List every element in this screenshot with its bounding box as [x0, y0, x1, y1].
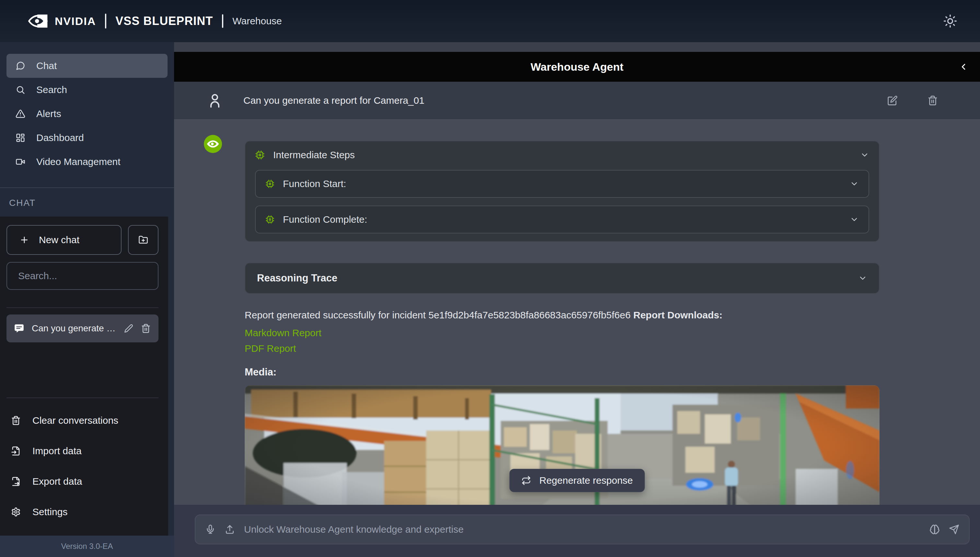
user-message-row: Can you generate a report for Camera_01: [174, 82, 980, 120]
report-status-prefix: Report generated successfully for incide…: [245, 309, 631, 320]
clear-conversations-button[interactable]: Clear conversations: [7, 405, 158, 436]
report-downloads-label: Report Downloads:: [633, 309, 722, 320]
sidebar-item-label: Chat: [36, 60, 57, 71]
sidebar-item-chat[interactable]: Chat: [7, 54, 167, 78]
function-start-step[interactable]: Function Start:: [255, 170, 869, 198]
sidebar-footer: Clear conversations Import data Export d…: [7, 398, 158, 536]
edit-message-icon[interactable]: [887, 95, 898, 106]
folder-plus-icon: [138, 235, 148, 245]
function-complete-step[interactable]: Function Complete:: [255, 205, 869, 233]
chat-input-bar: [195, 515, 970, 544]
sidebar-item-label: Search: [36, 84, 67, 95]
cpu-chip-icon: [265, 215, 275, 224]
reasoning-trace-title: Reasoning Trace: [257, 272, 858, 284]
agent-header-bar: Warehouse Agent: [174, 52, 980, 82]
conversation-title: Can you generate a r...: [32, 323, 116, 334]
sidebar-item-label: Alerts: [36, 108, 61, 119]
video-camera-icon: [16, 157, 25, 167]
app-subtitle: Warehouse: [232, 16, 282, 26]
intermediate-steps-panel: Intermediate Steps Function Start: Funct…: [245, 141, 879, 242]
markdown-report-link[interactable]: Markdown Report: [245, 327, 322, 339]
footer-item-label: Clear conversations: [33, 415, 118, 426]
new-chat-label: New chat: [39, 235, 80, 246]
sidebar-item-alerts[interactable]: Alerts: [7, 102, 167, 126]
app-title: VSS BLUEPRINT: [115, 14, 213, 28]
settings-button[interactable]: Settings: [7, 497, 158, 527]
intermediate-steps-header[interactable]: Intermediate Steps: [255, 148, 869, 162]
message-icon: [14, 324, 24, 333]
chevron-down-icon[interactable]: [860, 150, 869, 160]
warehouse-scene: [245, 385, 879, 521]
microphone-button[interactable]: [205, 524, 216, 535]
sidebar-item-dashboard[interactable]: Dashboard: [7, 126, 167, 150]
alert-triangle-icon: [16, 109, 25, 119]
nvidia-logo: NVIDIA: [28, 14, 96, 28]
chat-bubble-icon: [16, 61, 25, 71]
plus-icon: [20, 235, 29, 245]
sidebar-nav: Chat Search Alerts Dashboard Video Manag…: [0, 42, 174, 174]
gear-icon: [11, 507, 21, 517]
delete-message-icon[interactable]: [928, 95, 938, 106]
nvidia-eye-icon: [28, 14, 48, 28]
agent-avatar: [204, 135, 222, 153]
warehouse-snapshot-image[interactable]: [245, 385, 879, 521]
upload-button[interactable]: [224, 524, 235, 535]
file-export-icon: [11, 477, 21, 486]
sidebar-item-search[interactable]: Search: [7, 78, 167, 102]
user-avatar-icon: [207, 93, 223, 108]
function-complete-label: Function Complete:: [283, 214, 841, 225]
chat-input-dock: [174, 505, 980, 557]
report-status-text: Report generated successfully for incide…: [245, 308, 879, 322]
import-data-button[interactable]: Import data: [7, 436, 158, 466]
delete-conversation-icon[interactable]: [141, 324, 151, 333]
new-chat-button[interactable]: New chat: [7, 225, 122, 255]
agent-title: Warehouse Agent: [530, 60, 624, 73]
chat-list-panel: New chat Can you generate a r... Clear c…: [0, 217, 168, 536]
collapse-panel-icon[interactable]: [959, 62, 968, 72]
app-header: NVIDIA VSS BLUEPRINT Warehouse: [0, 0, 980, 42]
sidebar-item-video-management[interactable]: Video Management: [7, 150, 167, 174]
version-label: Version 3.0-EA: [0, 536, 174, 557]
theme-toggle-button[interactable]: [943, 14, 957, 28]
chat-message-input[interactable]: [244, 524, 920, 535]
regenerate-response-button[interactable]: Regenerate response: [509, 469, 645, 492]
pdf-report-link[interactable]: PDF Report: [245, 343, 296, 354]
rename-conversation-icon[interactable]: [124, 324, 133, 333]
intermediate-steps-title: Intermediate Steps: [273, 150, 852, 161]
media-label: Media:: [245, 366, 879, 378]
export-data-button[interactable]: Export data: [7, 466, 158, 497]
cpu-chip-icon: [265, 179, 275, 188]
header-separator: [222, 14, 223, 28]
user-message-text: Can you generate a report for Camera_01: [244, 95, 858, 106]
sidebar: Chat Search Alerts Dashboard Video Manag…: [0, 42, 174, 557]
regenerate-label: Regenerate response: [539, 475, 633, 486]
conversation-list-item[interactable]: Can you generate a r...: [7, 314, 158, 342]
trash-icon: [11, 415, 21, 425]
sun-icon: [943, 14, 957, 28]
chat-section-label: CHAT: [0, 188, 174, 217]
chevron-down-icon[interactable]: [850, 179, 859, 188]
nvidia-eye-icon: [206, 139, 220, 149]
footer-item-label: Settings: [33, 507, 67, 518]
cpu-chip-icon: [255, 150, 265, 160]
reasoning-trace-panel[interactable]: Reasoning Trace: [245, 262, 879, 294]
sidebar-item-label: Dashboard: [36, 132, 84, 143]
knowledge-brain-button[interactable]: [930, 524, 940, 535]
chevron-down-icon[interactable]: [858, 274, 867, 283]
new-folder-button[interactable]: [128, 225, 158, 255]
conversation-search-input[interactable]: [7, 262, 158, 290]
footer-item-label: Import data: [33, 445, 82, 456]
file-import-icon: [11, 446, 21, 456]
footer-item-label: Export data: [33, 476, 82, 487]
dashboard-grid-icon: [16, 133, 25, 143]
repeat-icon: [521, 476, 531, 485]
main-panel: Warehouse Agent Can you generate a repor…: [174, 42, 980, 557]
header-separator: [105, 14, 106, 29]
list-divider: [7, 307, 158, 308]
nvidia-wordmark: NVIDIA: [55, 15, 96, 28]
send-button[interactable]: [949, 524, 959, 535]
sidebar-item-label: Video Management: [36, 156, 120, 167]
function-start-label: Function Start:: [283, 178, 841, 189]
chevron-down-icon[interactable]: [850, 215, 859, 224]
search-icon: [16, 85, 25, 94]
